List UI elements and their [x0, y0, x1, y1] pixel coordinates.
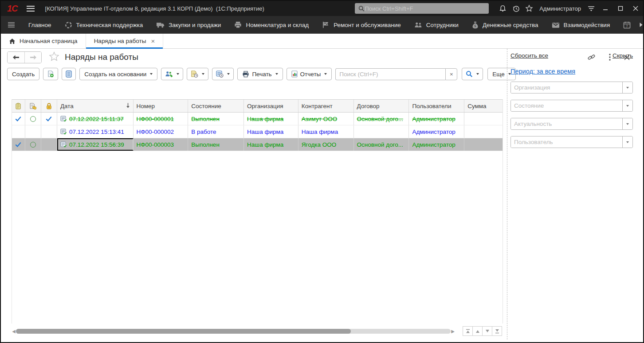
scrollbar-track[interactable]	[16, 329, 451, 334]
horizontal-scrollbar[interactable]: ◀ ▶	[12, 328, 455, 334]
menu-item-purchases[interactable]: Закупки и продажи	[149, 16, 228, 34]
organization-dropdown-icon[interactable]	[622, 82, 632, 93]
cell-sum	[464, 125, 503, 138]
user-settings-icon[interactable]	[585, 3, 598, 14]
column-payment-icon[interactable]	[25, 100, 41, 112]
reset-all-filters-link[interactable]: Сбросить все	[510, 52, 548, 59]
table-row-selected[interactable]: 07.12.2022 15:56:39 НФ00-000003 Выполнен…	[12, 138, 503, 151]
cell-text: 07.12.2022 15:13:41	[69, 129, 124, 135]
favorites-star-icon[interactable]	[522, 3, 536, 14]
move-down-button[interactable]	[482, 326, 492, 336]
column-header-sum[interactable]: Сумма	[464, 100, 503, 112]
actuality-empty	[41, 138, 57, 151]
menu-label: Ремонт и обслуживание	[334, 22, 401, 28]
cell-text: Администратор	[412, 116, 455, 122]
column-label: Пользователи	[412, 103, 451, 109]
menu-item-money[interactable]: $ Денежные средства	[465, 16, 545, 34]
menu-label: Номенклатура и склад	[246, 22, 309, 28]
maximize-button[interactable]	[613, 2, 628, 15]
menu-item-nomenclature[interactable]: Номенклатура и склад	[228, 16, 315, 34]
clear-search-icon[interactable]: ×	[445, 68, 457, 80]
deferred-document-button[interactable]	[187, 68, 208, 80]
cell-text: Наша фирма	[247, 129, 283, 135]
document-clock-icon	[191, 70, 198, 78]
hide-filters-link[interactable]: Скрыть	[613, 52, 633, 59]
back-button[interactable]	[8, 52, 24, 63]
menu-item-interactions[interactable]: Взаимодействия	[545, 16, 617, 34]
state-dropdown-icon[interactable]	[622, 100, 632, 111]
menu-item-staff[interactable]: Сотрудники	[408, 16, 465, 34]
scroll-left-icon[interactable]: ◀	[12, 328, 16, 334]
tab-work-orders[interactable]: Наряды на работы ×	[86, 34, 164, 48]
move-up-button[interactable]	[472, 326, 483, 336]
column-header-number[interactable]: Номер	[134, 100, 188, 112]
notifications-bell-icon[interactable]	[496, 3, 509, 14]
create-by-copy-button[interactable]	[43, 68, 58, 80]
reports-button[interactable]: Отчеты	[287, 68, 332, 80]
table-row[interactable]: 07.12.2022 15:11:37 НФ00-000001 Выполнен…	[12, 113, 503, 125]
status-circle-empty	[25, 125, 41, 138]
cell-contragent: Наша фирма	[298, 125, 354, 138]
posted-check-icon	[12, 113, 25, 125]
scroll-right-icon[interactable]: ▶	[451, 328, 455, 334]
state-filter-input[interactable]	[511, 100, 622, 111]
tab-close-icon[interactable]: ×	[151, 37, 155, 45]
cell-text: Азимут ООО	[302, 116, 337, 122]
close-window-button[interactable]	[628, 2, 643, 15]
sections-panel-icon[interactable]	[1, 16, 22, 34]
cell-date-focused[interactable]: 07.12.2022 15:56:39	[57, 138, 134, 151]
column-header-users[interactable]: Пользователи	[409, 100, 464, 112]
forward-button[interactable]	[24, 52, 41, 63]
menu-item-support[interactable]: Техническая поддержка	[58, 16, 150, 34]
organization-filter-input[interactable]	[511, 82, 622, 93]
go-to-bottom-button[interactable]	[492, 326, 502, 336]
advanced-search-button[interactable]	[462, 68, 483, 80]
actuality-filter-input[interactable]	[511, 118, 622, 129]
column-header-state[interactable]: Состояние	[188, 100, 244, 112]
column-label: Контрагент	[302, 103, 333, 109]
column-posted-icon[interactable]	[12, 100, 25, 112]
print-button[interactable]: Печать	[237, 68, 283, 80]
period-filter-link[interactable]: Период: за все время	[510, 68, 575, 75]
column-header-contragent[interactable]: Контрагент	[298, 100, 354, 112]
column-header-organization[interactable]: Организация	[244, 100, 298, 112]
menu-item-main[interactable]: Главное	[22, 16, 58, 34]
column-label: Дата	[60, 103, 74, 109]
main-menu-icon[interactable]	[27, 6, 35, 12]
current-user[interactable]: Администратор	[539, 5, 581, 12]
dropdown-caret-icon	[476, 73, 479, 75]
go-to-top-button[interactable]	[463, 326, 473, 336]
calendar-icon[interactable]: 7	[617, 16, 637, 34]
cell-text: НФ00-000003	[137, 141, 174, 148]
status-circle-icon	[25, 138, 41, 151]
actuality-dropdown-icon[interactable]	[622, 118, 632, 129]
column-header-date[interactable]: Дата	[57, 100, 134, 112]
warehouse-icon	[234, 21, 242, 28]
table-row[interactable]: 07.12.2022 15:13:41 НФ00-000002 В работе…	[12, 125, 503, 138]
history-icon[interactable]	[509, 3, 522, 14]
list-search-input[interactable]	[335, 68, 445, 80]
menu-label: Закупки и продажи	[169, 22, 221, 28]
list-view-button[interactable]	[62, 68, 76, 80]
global-search-input[interactable]	[365, 5, 485, 12]
minimize-button[interactable]	[598, 2, 613, 15]
create-based-on-button[interactable]: Создать на основании	[79, 68, 157, 80]
user-dropdown-icon[interactable]	[622, 136, 632, 148]
assign-users-button[interactable]	[161, 68, 183, 80]
dropdown-caret-icon	[202, 73, 204, 75]
add-to-favorites-star-icon[interactable]	[49, 51, 59, 63]
scrollbar-thumb[interactable]	[16, 329, 351, 334]
global-search[interactable]	[355, 3, 489, 14]
menubar-overflow-icon[interactable]	[637, 16, 644, 34]
cell-text: НФ00-000001	[137, 116, 174, 122]
column-lock-icon[interactable]	[41, 100, 57, 112]
column-header-contract[interactable]: Договор	[354, 100, 409, 112]
user-filter-input[interactable]	[511, 136, 622, 148]
menu-item-repair[interactable]: Ремонт и обслуживание	[315, 16, 408, 34]
column-label: Договор	[357, 103, 380, 109]
create-button[interactable]: Создать	[7, 68, 39, 80]
scheduled-list-button[interactable]	[212, 68, 234, 80]
list-search-box: ×	[335, 68, 457, 80]
cell-contract: Основной дого...	[354, 138, 409, 151]
tab-home[interactable]: Начальная страница	[1, 34, 86, 48]
